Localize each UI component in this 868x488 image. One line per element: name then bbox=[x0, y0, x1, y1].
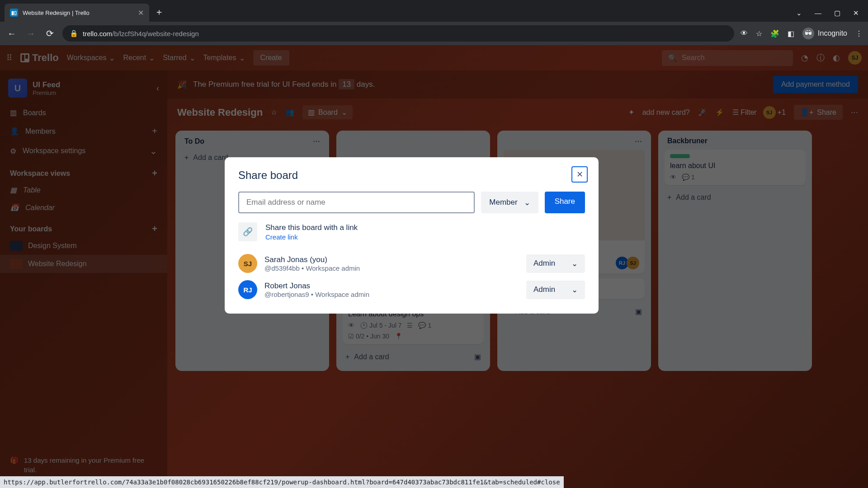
member-avatar: SJ bbox=[238, 254, 257, 273]
incognito-icon: 🕶 bbox=[802, 28, 814, 39]
address-bar: ← → ⟳ 🔒 trello.com/b/lzcfSh4q/website-re… bbox=[0, 22, 868, 45]
close-window-icon[interactable]: ✕ bbox=[853, 9, 859, 17]
share-submit-button[interactable]: Share bbox=[545, 192, 585, 213]
member-sub: @robertjonas9 • Workspace admin bbox=[264, 291, 369, 298]
bookmark-star-icon[interactable]: ☆ bbox=[756, 29, 762, 38]
member-name: Robert Jonas bbox=[264, 282, 369, 291]
member-role-select[interactable]: Admin⌄ bbox=[526, 281, 585, 299]
maximize-icon[interactable]: ▢ bbox=[834, 9, 840, 17]
tab-title: Website Redesign | Trello bbox=[23, 9, 133, 16]
window-controls: ⌄ — ▢ ✕ bbox=[787, 9, 868, 22]
incognito-badge[interactable]: 🕶 Incognito bbox=[802, 28, 847, 39]
extensions-icon[interactable]: 🧩 bbox=[770, 29, 779, 38]
email-input[interactable] bbox=[238, 192, 475, 213]
chevron-down-icon: ⌄ bbox=[571, 285, 578, 295]
member-avatar: RJ bbox=[238, 280, 257, 299]
eye-off-icon[interactable]: 👁 bbox=[741, 29, 748, 38]
forward-button: → bbox=[24, 28, 37, 39]
close-tab-icon[interactable]: ✕ bbox=[138, 9, 144, 17]
modal-title: Share board bbox=[238, 169, 585, 182]
browser-tab[interactable]: ▮▯ Website Redesign | Trello ✕ bbox=[5, 4, 149, 22]
member-row: RJ Robert Jonas @robertjonas9 • Workspac… bbox=[238, 277, 585, 303]
url-field[interactable]: 🔒 trello.com/b/lzcfSh4q/website-redesign bbox=[62, 25, 734, 42]
create-link-button[interactable]: Create link bbox=[265, 233, 358, 241]
url-path: /b/lzcfSh4q/website-redesign bbox=[112, 30, 199, 38]
new-tab-button[interactable]: ＋ bbox=[155, 6, 164, 18]
browser-tab-strip: ▮▯ Website Redesign | Trello ✕ ＋ ⌄ — ▢ ✕ bbox=[0, 0, 868, 22]
link-title: Share this board with a link bbox=[265, 223, 358, 232]
kebab-menu-icon[interactable]: ⋮ bbox=[855, 29, 863, 38]
member-row: SJ Sarah Jonas (you) @d539f4bb • Workspa… bbox=[238, 250, 585, 277]
share-board-modal: Share board ✕ Member⌄ Share 🔗 Share this… bbox=[225, 157, 599, 314]
member-name: Sarah Jonas (you) bbox=[264, 255, 360, 264]
lock-icon: 🔒 bbox=[70, 29, 78, 38]
tab-dropdown-icon[interactable]: ⌄ bbox=[796, 9, 802, 17]
chevron-down-icon: ⌄ bbox=[524, 198, 530, 207]
minimize-icon[interactable]: — bbox=[815, 9, 821, 17]
role-select[interactable]: Member⌄ bbox=[481, 192, 538, 213]
side-panel-icon[interactable]: ◧ bbox=[788, 29, 794, 38]
member-role-select[interactable]: Admin⌄ bbox=[526, 254, 585, 273]
close-modal-button[interactable]: ✕ bbox=[571, 166, 588, 183]
member-sub: @d539f4bb • Workspace admin bbox=[264, 264, 360, 272]
back-button[interactable]: ← bbox=[5, 28, 18, 39]
link-icon: 🔗 bbox=[238, 222, 257, 241]
incognito-label: Incognito bbox=[818, 29, 847, 38]
reload-button[interactable]: ⟳ bbox=[43, 28, 56, 39]
share-link-row: 🔗 Share this board with a link Create li… bbox=[238, 222, 585, 241]
chevron-down-icon: ⌄ bbox=[571, 259, 578, 268]
trello-favicon: ▮▯ bbox=[10, 9, 18, 17]
status-bar: https://app.butlerfortrello.com/74a33a3e… bbox=[0, 476, 564, 488]
url-host: trello.com bbox=[83, 30, 112, 38]
